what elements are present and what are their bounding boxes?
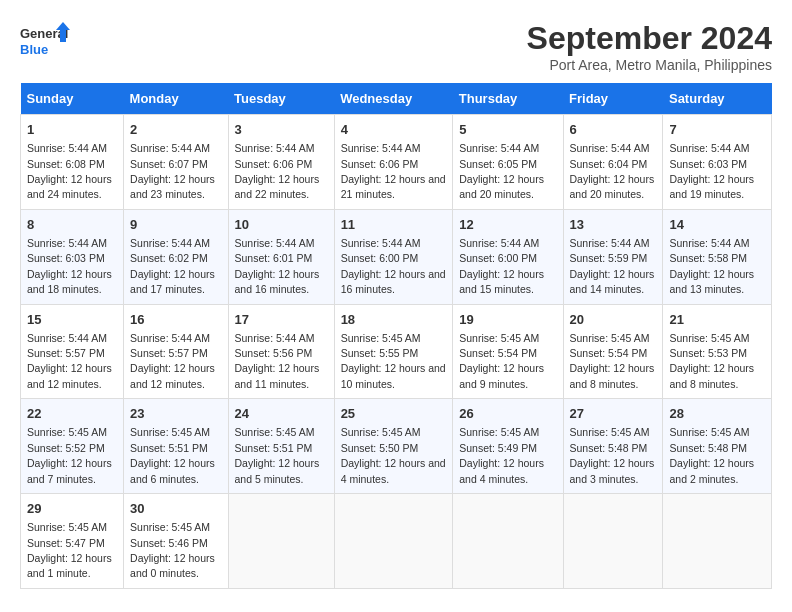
sunset-info: Sunset: 5:52 PM: [27, 442, 105, 454]
page-title: September 2024: [527, 20, 772, 57]
sunset-info: Sunset: 6:07 PM: [130, 158, 208, 170]
daylight-info: Daylight: 12 hours and 9 minutes.: [459, 362, 544, 389]
sunrise-info: Sunrise: 5:44 AM: [669, 142, 749, 154]
calendar-day-cell: 24 Sunrise: 5:45 AM Sunset: 5:51 PM Dayl…: [228, 399, 334, 494]
calendar-day-cell: 19 Sunrise: 5:45 AM Sunset: 5:54 PM Dayl…: [453, 304, 563, 399]
day-number: 17: [235, 311, 328, 329]
calendar-day-cell: 27 Sunrise: 5:45 AM Sunset: 5:48 PM Dayl…: [563, 399, 663, 494]
day-number: 21: [669, 311, 765, 329]
calendar-day-cell: 8 Sunrise: 5:44 AM Sunset: 6:03 PM Dayli…: [21, 209, 124, 304]
daylight-info: Daylight: 12 hours and 15 minutes.: [459, 268, 544, 295]
sunrise-info: Sunrise: 5:45 AM: [459, 332, 539, 344]
day-number: 12: [459, 216, 556, 234]
sunrise-info: Sunrise: 5:45 AM: [669, 332, 749, 344]
daylight-info: Daylight: 12 hours and 13 minutes.: [669, 268, 754, 295]
sunset-info: Sunset: 5:54 PM: [570, 347, 648, 359]
sunset-info: Sunset: 6:04 PM: [570, 158, 648, 170]
daylight-info: Daylight: 12 hours and 18 minutes.: [27, 268, 112, 295]
daylight-info: Daylight: 12 hours and 11 minutes.: [235, 362, 320, 389]
day-number: 22: [27, 405, 117, 423]
sunset-info: Sunset: 6:06 PM: [235, 158, 313, 170]
daylight-info: Daylight: 12 hours and 16 minutes.: [341, 268, 446, 295]
day-number: 8: [27, 216, 117, 234]
daylight-info: Daylight: 12 hours and 12 minutes.: [27, 362, 112, 389]
calendar-day-cell: 18 Sunrise: 5:45 AM Sunset: 5:55 PM Dayl…: [334, 304, 453, 399]
daylight-info: Daylight: 12 hours and 8 minutes.: [669, 362, 754, 389]
calendar-day-cell: 2 Sunrise: 5:44 AM Sunset: 6:07 PM Dayli…: [124, 115, 228, 210]
page-subtitle: Port Area, Metro Manila, Philippines: [527, 57, 772, 73]
sunset-info: Sunset: 6:01 PM: [235, 252, 313, 264]
sunrise-info: Sunrise: 5:44 AM: [235, 332, 315, 344]
calendar-day-cell: 30 Sunrise: 5:45 AM Sunset: 5:46 PM Dayl…: [124, 494, 228, 589]
calendar-day-cell: 3 Sunrise: 5:44 AM Sunset: 6:06 PM Dayli…: [228, 115, 334, 210]
daylight-info: Daylight: 12 hours and 5 minutes.: [235, 457, 320, 484]
day-number: 29: [27, 500, 117, 518]
weekday-header-monday: Monday: [124, 83, 228, 115]
daylight-info: Daylight: 12 hours and 14 minutes.: [570, 268, 655, 295]
sunset-info: Sunset: 5:57 PM: [130, 347, 208, 359]
daylight-info: Daylight: 12 hours and 22 minutes.: [235, 173, 320, 200]
calendar-day-cell: 21 Sunrise: 5:45 AM Sunset: 5:53 PM Dayl…: [663, 304, 772, 399]
sunset-info: Sunset: 5:55 PM: [341, 347, 419, 359]
calendar-day-cell: 10 Sunrise: 5:44 AM Sunset: 6:01 PM Dayl…: [228, 209, 334, 304]
sunset-info: Sunset: 5:51 PM: [130, 442, 208, 454]
sunset-info: Sunset: 5:47 PM: [27, 537, 105, 549]
calendar-day-cell: 11 Sunrise: 5:44 AM Sunset: 6:00 PM Dayl…: [334, 209, 453, 304]
sunset-info: Sunset: 6:06 PM: [341, 158, 419, 170]
sunrise-info: Sunrise: 5:44 AM: [130, 142, 210, 154]
sunrise-info: Sunrise: 5:44 AM: [27, 332, 107, 344]
sunset-info: Sunset: 6:05 PM: [459, 158, 537, 170]
day-number: 16: [130, 311, 221, 329]
sunrise-info: Sunrise: 5:45 AM: [130, 426, 210, 438]
calendar-week-row: 22 Sunrise: 5:45 AM Sunset: 5:52 PM Dayl…: [21, 399, 772, 494]
sunrise-info: Sunrise: 5:44 AM: [570, 237, 650, 249]
daylight-info: Daylight: 12 hours and 2 minutes.: [669, 457, 754, 484]
weekday-header-thursday: Thursday: [453, 83, 563, 115]
sunset-info: Sunset: 5:51 PM: [235, 442, 313, 454]
sunset-info: Sunset: 5:50 PM: [341, 442, 419, 454]
sunset-info: Sunset: 5:53 PM: [669, 347, 747, 359]
day-number: 15: [27, 311, 117, 329]
sunset-info: Sunset: 6:03 PM: [669, 158, 747, 170]
weekday-header-tuesday: Tuesday: [228, 83, 334, 115]
daylight-info: Daylight: 12 hours and 12 minutes.: [130, 362, 215, 389]
sunrise-info: Sunrise: 5:44 AM: [27, 142, 107, 154]
day-number: 30: [130, 500, 221, 518]
calendar-day-cell: 20 Sunrise: 5:45 AM Sunset: 5:54 PM Dayl…: [563, 304, 663, 399]
day-number: 13: [570, 216, 657, 234]
calendar-week-row: 15 Sunrise: 5:44 AM Sunset: 5:57 PM Dayl…: [21, 304, 772, 399]
day-number: 10: [235, 216, 328, 234]
sunrise-info: Sunrise: 5:44 AM: [235, 142, 315, 154]
weekday-header-wednesday: Wednesday: [334, 83, 453, 115]
weekday-header-sunday: Sunday: [21, 83, 124, 115]
logo-svg: General Blue: [20, 20, 70, 65]
day-number: 19: [459, 311, 556, 329]
calendar-day-cell: 13 Sunrise: 5:44 AM Sunset: 5:59 PM Dayl…: [563, 209, 663, 304]
daylight-info: Daylight: 12 hours and 7 minutes.: [27, 457, 112, 484]
svg-text:Blue: Blue: [20, 42, 48, 57]
weekday-header-saturday: Saturday: [663, 83, 772, 115]
sunrise-info: Sunrise: 5:44 AM: [341, 237, 421, 249]
daylight-info: Daylight: 12 hours and 6 minutes.: [130, 457, 215, 484]
sunrise-info: Sunrise: 5:45 AM: [570, 332, 650, 344]
day-number: 9: [130, 216, 221, 234]
calendar-day-cell: 16 Sunrise: 5:44 AM Sunset: 5:57 PM Dayl…: [124, 304, 228, 399]
day-number: 6: [570, 121, 657, 139]
day-number: 23: [130, 405, 221, 423]
sunrise-info: Sunrise: 5:44 AM: [235, 237, 315, 249]
sunset-info: Sunset: 5:57 PM: [27, 347, 105, 359]
sunrise-info: Sunrise: 5:45 AM: [459, 426, 539, 438]
day-number: 3: [235, 121, 328, 139]
calendar-day-cell: 5 Sunrise: 5:44 AM Sunset: 6:05 PM Dayli…: [453, 115, 563, 210]
sunrise-info: Sunrise: 5:44 AM: [459, 237, 539, 249]
calendar-day-cell: 12 Sunrise: 5:44 AM Sunset: 6:00 PM Dayl…: [453, 209, 563, 304]
day-number: 25: [341, 405, 447, 423]
sunrise-info: Sunrise: 5:44 AM: [130, 237, 210, 249]
weekday-header-friday: Friday: [563, 83, 663, 115]
calendar-day-cell: 6 Sunrise: 5:44 AM Sunset: 6:04 PM Dayli…: [563, 115, 663, 210]
calendar-day-cell: 17 Sunrise: 5:44 AM Sunset: 5:56 PM Dayl…: [228, 304, 334, 399]
sunset-info: Sunset: 6:00 PM: [341, 252, 419, 264]
calendar-day-cell: [453, 494, 563, 589]
day-number: 11: [341, 216, 447, 234]
day-number: 20: [570, 311, 657, 329]
